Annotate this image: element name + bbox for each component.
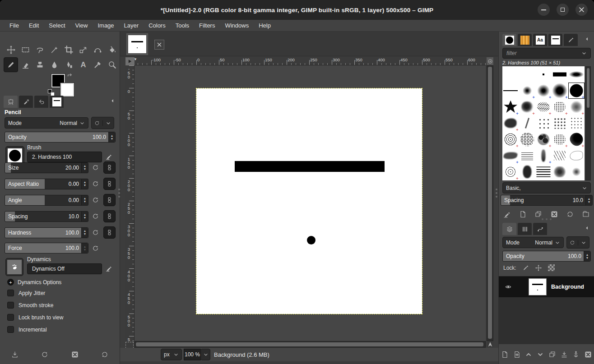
link-size-button[interactable] <box>103 161 116 174</box>
refresh-brushes-button[interactable] <box>566 211 574 218</box>
brush-item[interactable] <box>535 147 552 164</box>
aspect-ratio-spinner[interactable]: ▲▼ <box>81 179 88 189</box>
size-slider[interactable]: Size20.00▲▼ <box>5 162 88 173</box>
swap-colors-icon[interactable] <box>67 73 73 79</box>
brush-item[interactable] <box>568 115 585 131</box>
tab-patterns[interactable] <box>518 34 532 46</box>
brush-item[interactable] <box>519 66 535 83</box>
quick-mask-toggle[interactable] <box>125 342 134 348</box>
brush-item[interactable] <box>519 131 535 147</box>
close-button[interactable] <box>575 4 588 16</box>
brush-item[interactable] <box>502 147 519 164</box>
brush-item[interactable] <box>502 115 519 131</box>
tab-paths[interactable] <box>533 223 547 235</box>
text-tool-button[interactable]: A <box>76 57 90 72</box>
brush-item[interactable] <box>519 115 535 131</box>
tab-device-status[interactable] <box>19 96 33 108</box>
merge-down-button[interactable] <box>561 351 568 358</box>
brush-item[interactable] <box>568 66 585 83</box>
zoom-follow-window-button[interactable] <box>487 57 493 65</box>
menu-help[interactable]: Help <box>254 21 276 30</box>
brush-tag-select[interactable]: Basic, <box>502 182 591 194</box>
lower-layer-button[interactable] <box>537 351 544 358</box>
canvas-viewport[interactable] <box>135 65 486 341</box>
menu-windows[interactable]: Windows <box>220 21 254 30</box>
reset-spacing-icon[interactable] <box>92 213 99 220</box>
delete-brush-button[interactable] <box>551 211 558 218</box>
edit-dynamics-icon[interactable] <box>106 265 112 272</box>
brush-grid-scrollbar[interactable] <box>585 66 591 180</box>
tab-layers[interactable] <box>502 223 516 235</box>
reset-aspect-ratio-icon[interactable] <box>92 180 99 187</box>
vertical-scrollbar-thumb[interactable] <box>488 67 492 339</box>
save-tool-options-button[interactable] <box>11 351 19 358</box>
lock-pixels-icon[interactable] <box>523 265 529 271</box>
tab-channels[interactable] <box>518 223 532 235</box>
layer-opacity-slider[interactable]: Opacity100.0▲▼ <box>502 251 591 262</box>
edit-brush-button[interactable] <box>503 211 510 218</box>
zoom-tool-button[interactable] <box>105 57 119 72</box>
menu-image[interactable]: Image <box>93 21 119 30</box>
brush-item[interactable] <box>552 99 568 115</box>
brush-item[interactable] <box>552 115 568 131</box>
angle-slider[interactable]: Angle0.00▲▼ <box>5 195 88 206</box>
clone-tool-button[interactable] <box>32 57 47 72</box>
brush-scrollbar-thumb[interactable] <box>587 68 589 108</box>
spacing-spinner[interactable]: ▲▼ <box>81 212 88 221</box>
visibility-eye-icon[interactable] <box>505 284 511 290</box>
apply-jitter-checkbox[interactable] <box>7 290 14 296</box>
navigation-preview-button[interactable] <box>487 341 493 348</box>
link-aspect-ratio-button[interactable] <box>103 178 116 190</box>
duplicate-layer-button[interactable] <box>549 351 556 358</box>
layer-mode-select[interactable]: Mode Normal <box>502 237 564 248</box>
fuzzy-select-tool-button[interactable] <box>47 42 61 57</box>
reset-tool-options-button[interactable] <box>101 351 108 358</box>
unified-transform-tool-button[interactable] <box>76 42 90 57</box>
dock-collapse-icon[interactable] <box>585 226 589 230</box>
measure-tool-button[interactable] <box>90 57 105 72</box>
zoom-level-entry[interactable]: 100 % <box>184 349 201 360</box>
brush-item[interactable] <box>552 83 568 99</box>
tab-image[interactable] <box>50 96 64 108</box>
unit-select[interactable]: px <box>161 349 182 360</box>
new-layer-button[interactable] <box>501 351 508 358</box>
pane-resize-handle[interactable] <box>118 189 120 198</box>
open-brush-as-image-button[interactable] <box>582 211 589 218</box>
reset-force-icon[interactable] <box>92 245 99 252</box>
link-hardness-button[interactable] <box>103 226 116 239</box>
horizontal-scrollbar[interactable] <box>135 341 486 348</box>
paint-mode-select[interactable]: Mode Normal <box>5 117 88 129</box>
brush-spacing-spinner[interactable]: ▲▼ <box>585 195 592 205</box>
vertical-scrollbar[interactable] <box>487 65 493 341</box>
menu-layer[interactable]: Layer <box>119 21 144 30</box>
brush-item[interactable] <box>535 66 552 83</box>
reset-mode-icon[interactable] <box>92 120 102 126</box>
maximize-button[interactable] <box>557 4 569 16</box>
edit-brush-icon[interactable] <box>106 153 112 160</box>
pane-resize-handle[interactable] <box>499 218 594 220</box>
menu-file[interactable]: File <box>5 21 24 30</box>
brush-item[interactable] <box>535 131 552 147</box>
tab-fonts[interactable]: Aa <box>533 34 547 46</box>
image-tab[interactable] <box>126 33 148 55</box>
menu-filters[interactable]: Filters <box>194 21 220 30</box>
spacing-slider[interactable]: Spacing10.0▲▼ <box>5 211 88 222</box>
anchor-layer-button[interactable] <box>572 351 580 358</box>
force-slider[interactable]: Force100.0▲▼ <box>5 243 88 253</box>
new-layer-group-button[interactable] <box>513 351 520 358</box>
brush-item[interactable] <box>535 115 552 131</box>
lock-position-icon[interactable] <box>535 265 542 271</box>
brush-name-field[interactable]: 2. Hardness 100 <box>27 152 102 162</box>
menu-select[interactable]: Select <box>44 21 70 30</box>
brush-item[interactable] <box>519 164 535 180</box>
brush-item[interactable] <box>568 164 585 180</box>
bucket-fill-tool-button[interactable] <box>105 42 119 57</box>
brush-item[interactable] <box>502 164 519 180</box>
hardness-slider[interactable]: Hardness100.0▲▼ <box>5 227 88 238</box>
tab-tool-options[interactable] <box>4 96 18 108</box>
raise-layer-button[interactable] <box>525 351 532 358</box>
tab-tool-presets[interactable] <box>564 34 578 46</box>
background-color-swatch[interactable] <box>60 83 74 97</box>
vertical-ruler[interactable]: -50050100150200250300350400450500550 <box>125 65 135 341</box>
restore-tool-options-button[interactable] <box>41 351 48 358</box>
